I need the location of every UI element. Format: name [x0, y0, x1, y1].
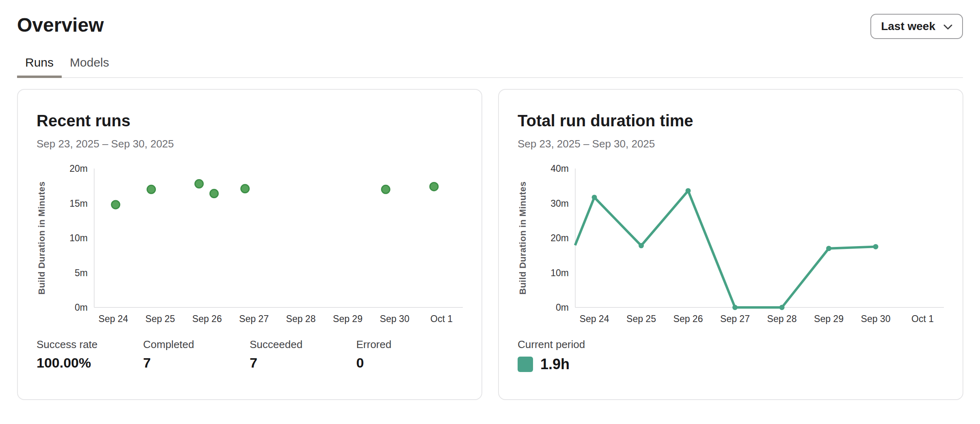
- x-tick-label: Oct 1: [911, 314, 934, 324]
- scatter-point[interactable]: [210, 190, 218, 198]
- y-tick-label: 10m: [69, 233, 88, 243]
- line-point[interactable]: [592, 195, 597, 200]
- tab-models[interactable]: Models: [62, 50, 117, 77]
- line-point[interactable]: [639, 243, 644, 248]
- stat-value: 0: [356, 354, 463, 372]
- line-point[interactable]: [732, 305, 738, 310]
- stat-value: 100.00%: [37, 354, 143, 372]
- line-point[interactable]: [686, 188, 691, 193]
- stat-value: 7: [250, 354, 356, 372]
- y-tick-label: 10m: [550, 268, 569, 278]
- x-tick-label: Sep 27: [720, 314, 750, 324]
- stat-value: 7: [143, 354, 250, 372]
- line-point[interactable]: [873, 244, 879, 249]
- x-tick-label: Sep 25: [626, 314, 656, 324]
- chart-legend: Current period 1.9h: [518, 337, 944, 373]
- x-tick-label: Sep 29: [814, 314, 844, 324]
- y-tick-label: 20m: [69, 163, 88, 174]
- x-tick-label: Sep 27: [239, 314, 269, 324]
- x-tick-label: Sep 28: [286, 314, 316, 324]
- x-tick-label: Sep 25: [145, 314, 175, 324]
- y-tick-label: 40m: [550, 163, 569, 174]
- x-tick-label: Sep 24: [99, 314, 128, 324]
- y-tick-label: 20m: [550, 233, 569, 243]
- cards-row: Recent runs Sep 23, 2025 – Sep 30, 2025 …: [17, 89, 963, 400]
- y-axis-label: Build Duration in Minutes: [518, 182, 528, 295]
- page-title: Overview: [17, 13, 104, 37]
- scatter-point[interactable]: [195, 180, 203, 188]
- line-point[interactable]: [826, 246, 831, 251]
- period-selector[interactable]: Last week: [870, 14, 963, 39]
- legend-value: 1.9h: [540, 355, 570, 373]
- y-tick-label: 30m: [550, 198, 569, 209]
- total-duration-card: Total run duration time Sep 23, 2025 – S…: [498, 89, 963, 400]
- tab-bar: Runs Models: [17, 50, 963, 78]
- chevron-down-icon: [943, 24, 952, 30]
- stat-label: Succeeded: [250, 337, 356, 351]
- line-point[interactable]: [779, 305, 785, 310]
- card-date-range: Sep 23, 2025 – Sep 30, 2025: [518, 137, 944, 151]
- x-tick-label: Sep 30: [861, 314, 891, 324]
- overview-page: Overview Last week Runs Models Recent ru…: [0, 0, 980, 424]
- card-title: Total run duration time: [518, 110, 944, 131]
- y-tick-label: 5m: [75, 268, 88, 278]
- scatter-point[interactable]: [382, 185, 390, 193]
- stat-label: Errored: [356, 337, 463, 351]
- recent-runs-chart: 0m5m10m15m20mSep 24Sep 25Sep 26Sep 27Sep…: [37, 161, 464, 328]
- scatter-point[interactable]: [430, 182, 438, 190]
- page-header: Overview Last week: [17, 13, 963, 39]
- y-tick-label: 0m: [556, 302, 569, 313]
- card-date-range: Sep 23, 2025 – Sep 30, 2025: [37, 137, 463, 151]
- x-tick-label: Sep 26: [673, 314, 703, 324]
- y-axis-label: Build Duration in Minutes: [37, 182, 47, 295]
- x-tick-label: Oct 1: [430, 314, 453, 324]
- scatter-point[interactable]: [241, 185, 249, 193]
- x-tick-label: Sep 28: [767, 314, 797, 324]
- recent-runs-card: Recent runs Sep 23, 2025 – Sep 30, 2025 …: [17, 89, 482, 400]
- legend-label: Current period: [518, 337, 944, 351]
- period-selector-label: Last week: [881, 20, 935, 33]
- scatter-point[interactable]: [112, 201, 120, 209]
- x-tick-label: Sep 24: [580, 314, 609, 324]
- x-tick-label: Sep 30: [380, 314, 410, 324]
- stat-label: Success rate: [37, 337, 143, 351]
- stat-completed: Completed 7: [143, 337, 250, 372]
- y-tick-label: 0m: [75, 302, 88, 313]
- x-tick-label: Sep 29: [333, 314, 363, 324]
- scatter-point[interactable]: [147, 185, 155, 193]
- x-tick-label: Sep 26: [192, 314, 222, 324]
- stat-label: Completed: [143, 337, 250, 351]
- stat-succeeded: Succeeded 7: [250, 337, 356, 372]
- stat-errored: Errored 0: [356, 337, 463, 372]
- legend-swatch: [518, 357, 533, 372]
- card-title: Recent runs: [37, 110, 463, 131]
- stat-success-rate: Success rate 100.00%: [37, 337, 143, 372]
- y-tick-label: 15m: [69, 198, 88, 209]
- total-duration-chart: 0m10m20m30m40mSep 24Sep 25Sep 26Sep 27Se…: [518, 161, 945, 328]
- stats-row: Success rate 100.00% Completed 7 Succeed…: [37, 337, 463, 372]
- legend-row: 1.9h: [518, 355, 944, 373]
- tab-runs[interactable]: Runs: [17, 50, 62, 77]
